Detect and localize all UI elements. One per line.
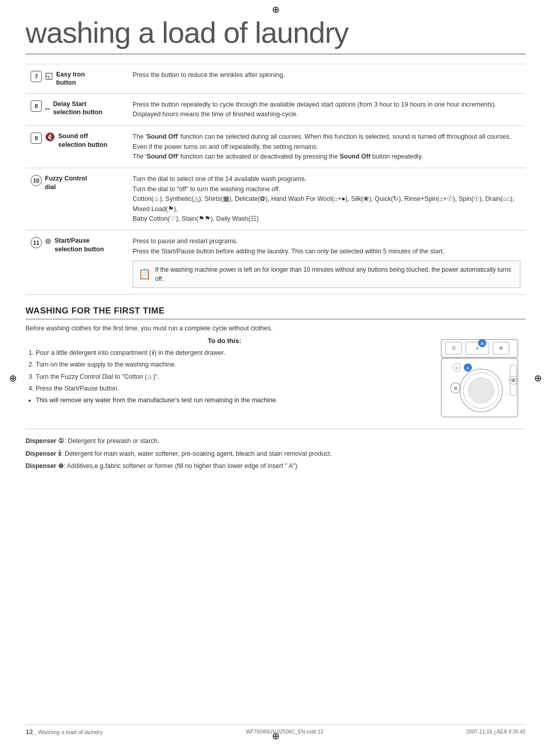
list-item: Press the Start/Pause button.	[36, 383, 423, 394]
note-box: 📋 If the washing machine power is left o…	[133, 260, 520, 288]
svg-point-19	[511, 378, 515, 382]
table-row: 8 ⎯ Delay Startselection button Press th…	[26, 93, 525, 126]
dispenser-1-label: Dispenser ①	[26, 437, 64, 445]
reg-mark-left: ⊕	[9, 373, 17, 384]
dispenser-3-text: : Additives,e.g.fabric softener or forme…	[64, 462, 297, 470]
footer-page-num: 12_	[26, 728, 37, 736]
svg-text:⊛: ⊛	[499, 345, 503, 351]
desc-cell-10: Turn the dial to select one of the 14 av…	[128, 168, 525, 230]
list-item: This will remove any water from the manu…	[36, 395, 423, 405]
dispenser-2: Dispenser ⅱ: Detergent for main wash, wa…	[26, 448, 525, 460]
start-pause-icon: ⊛	[45, 237, 52, 246]
svg-point-16	[468, 378, 494, 403]
table-row: 9 🔇 Sound offselection button The 'Sound…	[26, 126, 525, 168]
num-badge-7: 7	[31, 71, 42, 82]
label-inner-11: 11 ⊛ Start/Pauseselection button	[31, 237, 122, 253]
easy-iron-icon: ◱	[45, 70, 53, 81]
first-time-text: To do this: Pour a little detergent into…	[26, 337, 423, 419]
page-footer: 12_ Washing a load of laundry WF7604NUV-…	[26, 724, 525, 736]
dispenser-2-label: Dispenser ⅱ	[26, 450, 61, 457]
footer-file: WF7604NUV-02506C_EN.indd 12	[246, 729, 323, 735]
steps-list: Pour a little detergent into compartment…	[26, 348, 423, 394]
desc-cell-11: Press to pause and restart programs. Pre…	[128, 230, 525, 295]
svg-text:①: ①	[452, 345, 456, 351]
delay-start-icon: ⎯	[45, 100, 50, 110]
table-row: 11 ⊛ Start/Pauseselection button Press t…	[26, 230, 525, 295]
label-cell-7: 7 ◱ Easy Ironbutton	[26, 64, 128, 94]
reg-mark-right: ⊕	[534, 373, 542, 384]
svg-text:A: A	[481, 341, 484, 346]
label-text-7: Easy Ironbutton	[56, 70, 85, 87]
label-text-11: Start/Pauseselection button	[55, 237, 104, 253]
num-badge-8: 8	[31, 100, 42, 112]
label-text-10: Fuzzy Controldial	[45, 174, 87, 191]
svg-text:A: A	[466, 366, 469, 371]
desc-cell-9: The 'Sound Off' function can be selected…	[128, 126, 525, 168]
dispenser-section: Dispenser ①: Detergent for prewash or st…	[26, 429, 525, 472]
num-badge-10: 10	[31, 175, 42, 186]
note-text: If the washing machine power is left on …	[155, 265, 515, 283]
info-table: 7 ◱ Easy Ironbutton Press the button to …	[26, 64, 525, 295]
label-inner-8: 8 ⎯ Delay Startselection button	[31, 100, 122, 117]
num-badge-11: 11	[31, 237, 42, 248]
to-do-title: To do this:	[26, 337, 423, 345]
machine-diagram: ① ⅱ A ⊛ ① A	[434, 337, 525, 419]
content-area: washing a load of laundry 7 ◱ Easy Ironb…	[26, 15, 525, 473]
dispenser-1-text: : Detergent for prewash or starch.	[64, 437, 159, 445]
list-item: Turn the Fuzzy Control Dial to "Cotton (…	[36, 372, 423, 382]
label-inner-10: 10 Fuzzy Controldial	[31, 174, 122, 191]
list-item: Turn on the water supply to the washing …	[36, 359, 423, 370]
label-text-9: Sound offselection button	[58, 132, 108, 149]
first-time-section: WASHING FOR THE FIRST TIME Before washin…	[26, 306, 525, 419]
dispenser-1: Dispenser ①: Detergent for prewash or st…	[26, 435, 525, 447]
footer-page-label: Washing a load of laundry	[38, 729, 103, 735]
page: ⊕ ⊕ ⊕ ⊕ washing a load of laundry 7 ◱ Ea…	[0, 0, 551, 756]
machine-svg: ① ⅱ A ⊛ ① A	[436, 337, 523, 419]
dispenser-3: Dispenser ⊛: Additives,e.g.fabric soften…	[26, 460, 525, 472]
table-row: 7 ◱ Easy Ironbutton Press the button to …	[26, 64, 525, 94]
desc-cell-7: Press the button to reduce the wrinkles …	[128, 64, 525, 94]
label-cell-11: 11 ⊛ Start/Pauseselection button	[26, 230, 128, 295]
svg-text:⊛: ⊛	[454, 385, 458, 391]
section-title: WASHING FOR THE FIRST TIME	[26, 306, 525, 320]
section-intro: Before washing clothes for the first tim…	[26, 325, 525, 332]
svg-text:ⅱ: ⅱ	[476, 345, 479, 351]
table-row: 10 Fuzzy Controldial Turn the dial to se…	[26, 168, 525, 230]
svg-text:①: ①	[455, 366, 459, 371]
footer-date: 2007-11-15 ¿ÀEÁ 9:35:45	[466, 729, 525, 735]
label-text-8: Delay Startselection button	[53, 100, 103, 117]
num-badge-9: 9	[31, 133, 42, 144]
label-inner-9: 9 🔇 Sound offselection button	[31, 132, 122, 149]
desc-cell-8: Press the button repeatedly to cycle thr…	[128, 93, 525, 126]
label-cell-9: 9 🔇 Sound offselection button	[26, 126, 128, 168]
list-item: Pour a little detergent into compartment…	[36, 348, 423, 358]
label-cell-8: 8 ⎯ Delay Startselection button	[26, 93, 128, 126]
reg-mark-top: ⊕	[272, 4, 280, 15]
footer-page: 12_ Washing a load of laundry	[26, 728, 103, 736]
dispenser-3-label: Dispenser ⊛	[26, 462, 64, 470]
page-title: washing a load of laundry	[26, 15, 525, 55]
label-inner-7: 7 ◱ Easy Ironbutton	[31, 70, 122, 87]
first-time-layout: To do this: Pour a little detergent into…	[26, 337, 525, 419]
note-icon: 📋	[138, 266, 151, 282]
label-cell-10: 10 Fuzzy Controldial	[26, 168, 128, 230]
bullet-list: This will remove any water from the manu…	[26, 395, 423, 405]
sound-off-icon: 🔇	[45, 132, 55, 142]
dispenser-2-text: : Detergent for main wash, water softene…	[61, 450, 332, 457]
